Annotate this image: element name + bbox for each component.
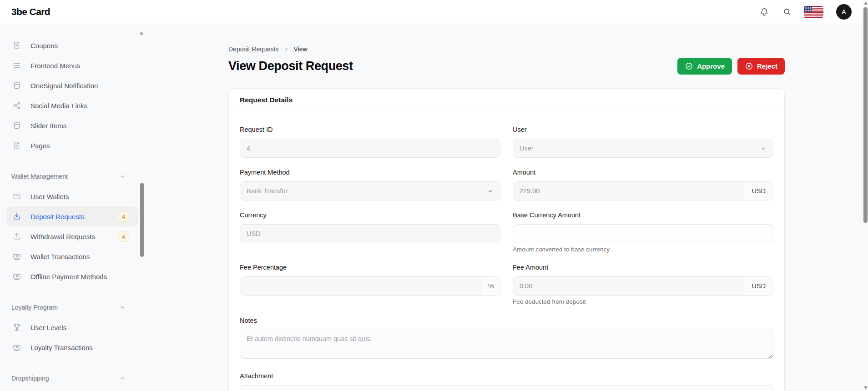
sidebar-item-user-levels[interactable]: User Levels: [6, 317, 138, 337]
banknote-icon: [12, 252, 21, 261]
field-label: User: [513, 126, 773, 134]
field-fee-percentage: Fee Percentage %: [240, 264, 500, 305]
reject-label: Reject: [757, 62, 777, 70]
currency-input[interactable]: [240, 224, 500, 243]
share-icon: [12, 101, 21, 110]
breadcrumb-current: View: [294, 45, 308, 53]
field-label: Base Currency Amount: [513, 211, 773, 220]
chevron-up-icon: [119, 304, 126, 311]
sidebar-section-loyalty-program[interactable]: Loyalty Program: [0, 297, 145, 317]
breadcrumb-parent[interactable]: Deposit Requests: [228, 45, 279, 53]
sidebar-section-wallet-management[interactable]: Wallet Management: [0, 166, 145, 186]
base-currency-amount-input[interactable]: [513, 224, 773, 243]
upload-icon: [12, 232, 21, 241]
percent-addon: %: [482, 277, 500, 295]
download-icon: [12, 212, 21, 221]
approve-button[interactable]: Approve: [677, 58, 732, 75]
fee-percentage-input-group: %: [240, 276, 500, 296]
sidebar-item-social-media-links[interactable]: Social Media Links: [6, 95, 138, 115]
sidebar-item-wallet-transactions[interactable]: Wallet Transactions: [6, 246, 138, 266]
sidebar-item-label: Withdrawal Requests: [30, 233, 95, 241]
sidebar-item-withdrawal-requests[interactable]: Withdrawal Requests 4: [6, 226, 138, 246]
sidebar-item-label: Pages: [30, 142, 50, 150]
banknote-icon: [12, 343, 21, 352]
fee-percentage-input[interactable]: [240, 277, 482, 295]
page-scrollbar[interactable]: [863, 0, 868, 391]
chevron-down-icon: [487, 188, 494, 195]
field-request-id: Request ID: [240, 126, 500, 158]
notes-textarea[interactable]: Et autem distinctio numquam quas sit qui…: [240, 330, 773, 359]
section-title: Wallet Management: [11, 173, 68, 180]
sidebar-item-label: Frontend Menus: [30, 62, 80, 70]
chevron-up-icon: [119, 375, 126, 382]
main-content: Deposit Requests View View Deposit Reque…: [145, 24, 863, 391]
sidebar-scroll-up-arrow[interactable]: [140, 32, 143, 35]
user-select[interactable]: User: [513, 139, 773, 158]
wallet-icon: [12, 192, 21, 201]
request-details-card: Request Details Request ID User User: [228, 88, 785, 391]
field-label: Attachment: [240, 372, 773, 381]
section-title: Dropshipping: [11, 375, 49, 382]
sidebar-item-pages[interactable]: Pages: [6, 135, 138, 155]
sidebar-item-label: User Levels: [30, 324, 66, 331]
chevron-up-icon: [119, 173, 126, 180]
fee-amount-input[interactable]: [513, 277, 744, 295]
language-flag-us[interactable]: [804, 6, 823, 18]
field-label: Request ID: [240, 126, 500, 134]
sidebar-item-label: User Wallets: [30, 193, 69, 201]
field-base-currency-amount: Base Currency Amount Amount converted to…: [513, 211, 773, 253]
field-currency: Currency: [240, 211, 500, 253]
app-logo[interactable]: 3be Card: [11, 6, 50, 17]
card-title: Request Details: [229, 89, 784, 111]
sidebar-item-loyalty-transactions[interactable]: Loyalty Transactions: [6, 337, 138, 357]
archive-icon: [12, 121, 21, 130]
sidebar-item-label: Coupons: [30, 42, 58, 50]
x-circle-icon: [745, 62, 753, 70]
sidebar-item-deposit-requests[interactable]: Deposit Requests 4: [6, 206, 138, 226]
banknote-icon: [12, 272, 21, 281]
sidebar-item-offline-payment-methods[interactable]: Offline Payment Methods: [6, 266, 138, 286]
fee-currency-addon: USD: [744, 277, 773, 295]
amount-input[interactable]: [513, 182, 744, 200]
field-label: Fee Percentage: [240, 264, 500, 272]
sidebar-item-frontend-menus[interactable]: Frontend Menus: [6, 55, 138, 75]
breadcrumb: Deposit Requests View: [228, 45, 785, 53]
reject-button[interactable]: Reject: [737, 58, 785, 75]
sidebar: Coupons Frontend Menus OneSignal Notific…: [0, 24, 145, 391]
user-avatar[interactable]: A: [836, 4, 852, 20]
count-badge: 4: [118, 231, 129, 242]
field-notes: Notes Et autem distinctio numquam quas s…: [240, 317, 773, 361]
app-header: 3be Card A: [0, 0, 868, 24]
payment-method-select[interactable]: Bank Transfer: [240, 181, 500, 201]
trophy-icon: [12, 323, 21, 332]
sidebar-item-label: Offline Payment Methods: [30, 273, 107, 281]
notifications-bell-icon[interactable]: [759, 7, 769, 17]
section-title: Loyalty Program: [11, 304, 58, 311]
user-select-value: User: [520, 145, 534, 152]
sidebar-item-label: Loyalty Transactions: [30, 344, 93, 351]
sidebar-item-label: Social Media Links: [30, 102, 87, 110]
field-label: Currency: [240, 211, 500, 220]
sidebar-section-dropshipping[interactable]: Dropshipping: [0, 368, 145, 388]
sidebar-item-slider-items[interactable]: Slider Items: [6, 115, 138, 135]
request-id-input[interactable]: [240, 139, 500, 158]
scroll-down-arrow[interactable]: [864, 386, 868, 389]
approve-label: Approve: [697, 62, 725, 70]
page-scrollbar-thumb[interactable]: [863, 7, 868, 223]
sidebar-item-onesignal-notification[interactable]: OneSignal Notification: [6, 75, 138, 95]
scroll-up-arrow[interactable]: [864, 2, 868, 5]
page-title: View Deposit Request: [228, 59, 353, 73]
payment-method-value: Bank Transfer: [247, 187, 288, 195]
helper-text: Amount converted to base currency: [513, 246, 773, 253]
sidebar-item-coupons[interactable]: Coupons: [6, 35, 138, 55]
field-label: Payment Method: [240, 169, 500, 177]
attachment-input[interactable]: [240, 385, 773, 391]
document-icon: [12, 141, 21, 150]
sidebar-item-user-wallets[interactable]: User Wallets: [6, 186, 138, 206]
sidebar-scrollbar-thumb[interactable]: [140, 183, 144, 257]
count-badge: 4: [118, 211, 129, 222]
field-user: User User: [513, 126, 773, 158]
chevron-down-icon: [760, 145, 767, 152]
search-icon[interactable]: [782, 7, 792, 17]
chevron-right-icon: [283, 46, 289, 52]
